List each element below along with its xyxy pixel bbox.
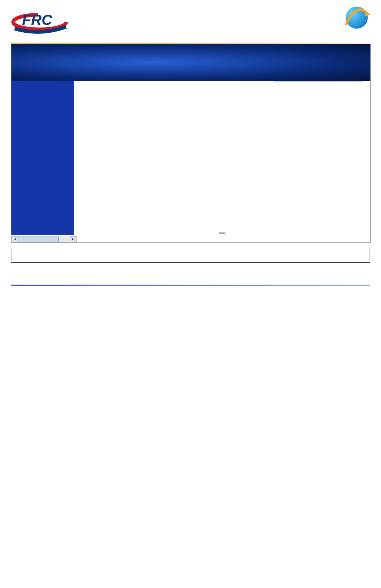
ss-main-panel bbox=[74, 81, 370, 235]
logo-bluezone bbox=[346, 7, 370, 29]
svg-text:FRC: FRC bbox=[22, 12, 52, 28]
scroll-thumb[interactable] bbox=[18, 237, 59, 242]
svg-marker-2 bbox=[365, 10, 371, 16]
embedded-screenshot: ◄ ► bbox=[11, 44, 371, 243]
scrollbar-horizontal[interactable]: ◄ ► bbox=[11, 236, 77, 242]
signout-button[interactable] bbox=[219, 232, 225, 234]
ss-sidebar-header bbox=[11, 83, 74, 86]
logo-frc: FRC bbox=[11, 7, 62, 32]
warning-notes bbox=[11, 248, 370, 263]
ss-dropdown-open[interactable] bbox=[274, 82, 363, 82]
globe-icon bbox=[346, 7, 368, 29]
page-footer bbox=[11, 285, 370, 286]
scroll-right-icon[interactable]: ► bbox=[70, 236, 76, 243]
ss-signout[interactable] bbox=[219, 229, 225, 234]
page-header: FRC bbox=[11, 7, 370, 32]
ss-sidebar bbox=[11, 81, 74, 235]
ss-banner bbox=[11, 44, 370, 81]
